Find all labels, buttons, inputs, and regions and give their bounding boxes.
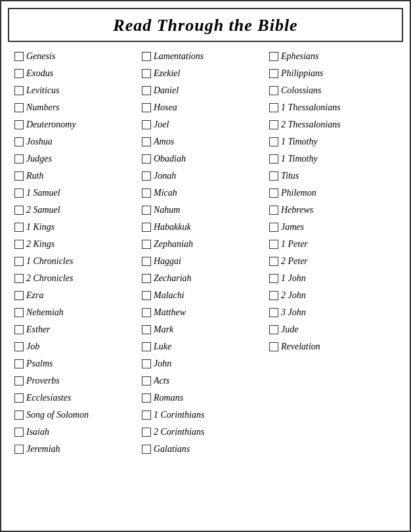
book-name: Zephaniah [154,239,193,250]
checkbox[interactable] [14,445,24,454]
checkbox[interactable] [142,86,151,95]
checkbox[interactable] [14,342,24,351]
checkbox[interactable] [14,274,24,283]
checkbox[interactable] [142,206,151,215]
checkbox[interactable] [142,376,151,386]
checkbox[interactable] [142,240,151,249]
checkbox[interactable] [269,103,278,112]
checkbox[interactable] [269,257,278,266]
list-item: 1 Corinthians [142,407,269,423]
book-name: Joshua [26,137,53,147]
checkbox[interactable] [142,52,151,61]
book-name: Zechariah [154,273,192,284]
list-item: Nahum [142,202,269,218]
book-name: Habakkuk [154,222,191,233]
checkbox[interactable] [14,120,24,129]
list-item: Matthew [142,305,269,321]
checkbox[interactable] [142,291,151,300]
book-name: Ezra [26,290,43,301]
checkbox[interactable] [14,393,24,403]
checkbox[interactable] [142,342,151,351]
checkbox[interactable] [14,188,24,198]
column-3: EphesiansPhilippiansColossians1 Thessalo… [269,49,397,457]
checkbox[interactable] [14,171,24,181]
list-item: Joel [142,117,269,133]
checkbox[interactable] [269,69,278,78]
checkbox[interactable] [142,171,151,181]
checkbox[interactable] [269,325,278,334]
checkbox[interactable] [269,188,278,198]
checkbox[interactable] [269,120,278,129]
checkbox[interactable] [14,69,24,78]
checkbox[interactable] [142,223,151,232]
checkbox[interactable] [14,206,24,215]
checkbox[interactable] [14,86,24,95]
book-name: Jeremiah [26,444,60,454]
book-name: Exodus [26,68,53,79]
book-name: Esther [26,324,51,335]
book-name: Colossians [281,85,321,96]
list-item: Haggai [142,254,269,269]
checkbox[interactable] [269,274,278,283]
checkbox[interactable] [14,223,24,232]
list-item: 1 Chronicles [14,254,142,269]
page: Read Through the Bible GenesisExodusLevi… [0,0,411,532]
checkbox[interactable] [142,359,151,368]
checkbox[interactable] [14,52,24,61]
checkbox[interactable] [142,120,151,129]
list-item: 1 Kings [14,219,142,235]
book-name: John [154,359,171,369]
checkbox[interactable] [14,257,24,266]
book-name: 2 Samuel [26,205,60,215]
checkbox[interactable] [142,188,151,198]
checkbox[interactable] [14,291,24,300]
checkbox[interactable] [269,342,278,351]
checkbox[interactable] [14,410,24,420]
checkbox[interactable] [142,393,151,403]
checkbox[interactable] [269,223,278,232]
checkbox[interactable] [14,103,24,112]
book-name: Numbers [26,102,60,113]
checkbox[interactable] [269,206,278,215]
checkbox[interactable] [269,86,278,95]
book-name: 2 Thessalonians [281,120,341,130]
checkbox[interactable] [14,359,24,368]
checkbox[interactable] [14,137,24,146]
checkbox[interactable] [14,308,24,317]
book-name: Titus [281,171,299,181]
list-item: Leviticus [14,83,142,99]
list-item: Ezekiel [142,66,269,81]
checkbox[interactable] [142,428,151,437]
checkbox[interactable] [14,325,24,334]
list-item: 2 Corinthians [142,424,269,440]
checkbox[interactable] [142,103,151,112]
checkbox[interactable] [269,171,278,181]
book-name: Malachi [154,290,184,301]
checkbox[interactable] [142,308,151,317]
list-item: 1 Timothy [269,151,397,167]
checkbox[interactable] [269,137,278,146]
checkbox[interactable] [14,376,24,386]
checkbox[interactable] [142,69,151,78]
checkbox[interactable] [269,52,278,61]
checkbox[interactable] [269,291,278,300]
checkbox[interactable] [269,308,278,317]
list-item: Philemon [269,185,397,201]
book-name: Hosea [154,102,177,113]
checkbox[interactable] [269,240,278,249]
checkbox[interactable] [142,445,151,454]
list-item: Isaiah [14,424,142,440]
checkbox[interactable] [142,274,151,283]
checkbox[interactable] [142,325,151,334]
checkbox[interactable] [142,137,151,146]
checkbox[interactable] [142,154,151,164]
checkbox[interactable] [14,154,24,164]
checkbox[interactable] [142,257,151,266]
list-item: Genesis [14,49,142,64]
checkbox[interactable] [142,410,151,420]
checkbox[interactable] [269,154,278,164]
checkbox[interactable] [14,428,24,437]
list-item: Jude [269,322,397,338]
list-item: Ezra [14,288,142,303]
checkbox[interactable] [14,240,24,249]
